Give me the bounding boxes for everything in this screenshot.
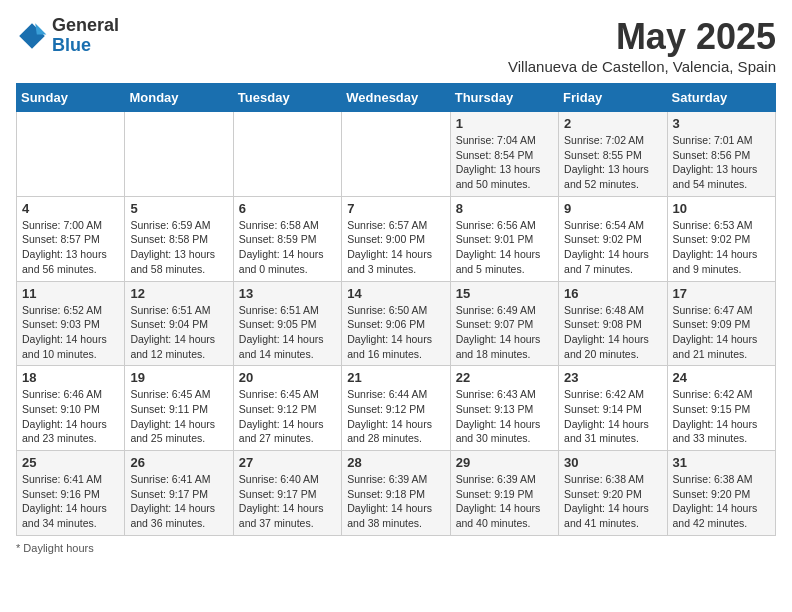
day-cell: 14Sunrise: 6:50 AM Sunset: 9:06 PM Dayli… — [342, 281, 450, 366]
header-cell-wednesday: Wednesday — [342, 84, 450, 112]
month-title: May 2025 — [508, 16, 776, 58]
day-info: Sunrise: 6:47 AM Sunset: 9:09 PM Dayligh… — [673, 303, 770, 362]
day-info: Sunrise: 6:38 AM Sunset: 9:20 PM Dayligh… — [673, 472, 770, 531]
day-number: 16 — [564, 286, 661, 301]
day-info: Sunrise: 6:59 AM Sunset: 8:58 PM Dayligh… — [130, 218, 227, 277]
title-block: May 2025 Villanueva de Castellon, Valenc… — [508, 16, 776, 75]
day-number: 30 — [564, 455, 661, 470]
day-number: 18 — [22, 370, 119, 385]
day-number: 5 — [130, 201, 227, 216]
day-cell: 12Sunrise: 6:51 AM Sunset: 9:04 PM Dayli… — [125, 281, 233, 366]
page-header: General Blue May 2025 Villanueva de Cast… — [16, 16, 776, 75]
day-number: 1 — [456, 116, 553, 131]
day-info: Sunrise: 6:42 AM Sunset: 9:14 PM Dayligh… — [564, 387, 661, 446]
header-cell-monday: Monday — [125, 84, 233, 112]
day-cell: 16Sunrise: 6:48 AM Sunset: 9:08 PM Dayli… — [559, 281, 667, 366]
day-cell: 23Sunrise: 6:42 AM Sunset: 9:14 PM Dayli… — [559, 366, 667, 451]
day-number: 29 — [456, 455, 553, 470]
day-info: Sunrise: 6:42 AM Sunset: 9:15 PM Dayligh… — [673, 387, 770, 446]
header-cell-friday: Friday — [559, 84, 667, 112]
day-cell: 13Sunrise: 6:51 AM Sunset: 9:05 PM Dayli… — [233, 281, 341, 366]
svg-marker-1 — [35, 23, 46, 34]
day-number: 11 — [22, 286, 119, 301]
day-number: 22 — [456, 370, 553, 385]
header-cell-tuesday: Tuesday — [233, 84, 341, 112]
day-number: 9 — [564, 201, 661, 216]
header-row: SundayMondayTuesdayWednesdayThursdayFrid… — [17, 84, 776, 112]
day-number: 17 — [673, 286, 770, 301]
day-cell: 19Sunrise: 6:45 AM Sunset: 9:11 PM Dayli… — [125, 366, 233, 451]
logo-blue: Blue — [52, 35, 91, 55]
day-info: Sunrise: 7:00 AM Sunset: 8:57 PM Dayligh… — [22, 218, 119, 277]
day-cell: 17Sunrise: 6:47 AM Sunset: 9:09 PM Dayli… — [667, 281, 775, 366]
day-info: Sunrise: 6:53 AM Sunset: 9:02 PM Dayligh… — [673, 218, 770, 277]
day-cell — [17, 112, 125, 197]
day-cell: 28Sunrise: 6:39 AM Sunset: 9:18 PM Dayli… — [342, 451, 450, 536]
day-cell: 9Sunrise: 6:54 AM Sunset: 9:02 PM Daylig… — [559, 196, 667, 281]
day-info: Sunrise: 6:45 AM Sunset: 9:11 PM Dayligh… — [130, 387, 227, 446]
day-cell: 31Sunrise: 6:38 AM Sunset: 9:20 PM Dayli… — [667, 451, 775, 536]
header-cell-thursday: Thursday — [450, 84, 558, 112]
day-cell: 8Sunrise: 6:56 AM Sunset: 9:01 PM Daylig… — [450, 196, 558, 281]
day-cell: 11Sunrise: 6:52 AM Sunset: 9:03 PM Dayli… — [17, 281, 125, 366]
day-info: Sunrise: 6:41 AM Sunset: 9:17 PM Dayligh… — [130, 472, 227, 531]
day-info: Sunrise: 7:02 AM Sunset: 8:55 PM Dayligh… — [564, 133, 661, 192]
day-cell — [342, 112, 450, 197]
day-number: 15 — [456, 286, 553, 301]
day-cell: 20Sunrise: 6:45 AM Sunset: 9:12 PM Dayli… — [233, 366, 341, 451]
day-info: Sunrise: 7:01 AM Sunset: 8:56 PM Dayligh… — [673, 133, 770, 192]
day-info: Sunrise: 6:40 AM Sunset: 9:17 PM Dayligh… — [239, 472, 336, 531]
day-info: Sunrise: 6:46 AM Sunset: 9:10 PM Dayligh… — [22, 387, 119, 446]
day-info: Sunrise: 7:04 AM Sunset: 8:54 PM Dayligh… — [456, 133, 553, 192]
day-info: Sunrise: 6:48 AM Sunset: 9:08 PM Dayligh… — [564, 303, 661, 362]
day-info: Sunrise: 6:54 AM Sunset: 9:02 PM Dayligh… — [564, 218, 661, 277]
day-info: Sunrise: 6:44 AM Sunset: 9:12 PM Dayligh… — [347, 387, 444, 446]
day-cell: 15Sunrise: 6:49 AM Sunset: 9:07 PM Dayli… — [450, 281, 558, 366]
logo: General Blue — [16, 16, 119, 56]
day-cell: 30Sunrise: 6:38 AM Sunset: 9:20 PM Dayli… — [559, 451, 667, 536]
day-number: 26 — [130, 455, 227, 470]
day-cell: 4Sunrise: 7:00 AM Sunset: 8:57 PM Daylig… — [17, 196, 125, 281]
week-row-2: 4Sunrise: 7:00 AM Sunset: 8:57 PM Daylig… — [17, 196, 776, 281]
day-cell: 7Sunrise: 6:57 AM Sunset: 9:00 PM Daylig… — [342, 196, 450, 281]
day-number: 28 — [347, 455, 444, 470]
day-number: 25 — [22, 455, 119, 470]
day-cell: 27Sunrise: 6:40 AM Sunset: 9:17 PM Dayli… — [233, 451, 341, 536]
day-number: 12 — [130, 286, 227, 301]
calendar-body: 1Sunrise: 7:04 AM Sunset: 8:54 PM Daylig… — [17, 112, 776, 536]
day-info: Sunrise: 6:51 AM Sunset: 9:05 PM Dayligh… — [239, 303, 336, 362]
day-cell — [233, 112, 341, 197]
week-row-1: 1Sunrise: 7:04 AM Sunset: 8:54 PM Daylig… — [17, 112, 776, 197]
day-info: Sunrise: 6:41 AM Sunset: 9:16 PM Dayligh… — [22, 472, 119, 531]
calendar-table: SundayMondayTuesdayWednesdayThursdayFrid… — [16, 83, 776, 536]
day-cell: 24Sunrise: 6:42 AM Sunset: 9:15 PM Dayli… — [667, 366, 775, 451]
day-info: Sunrise: 6:56 AM Sunset: 9:01 PM Dayligh… — [456, 218, 553, 277]
day-cell: 1Sunrise: 7:04 AM Sunset: 8:54 PM Daylig… — [450, 112, 558, 197]
header-cell-sunday: Sunday — [17, 84, 125, 112]
day-number: 13 — [239, 286, 336, 301]
day-number: 10 — [673, 201, 770, 216]
day-cell: 26Sunrise: 6:41 AM Sunset: 9:17 PM Dayli… — [125, 451, 233, 536]
day-cell: 3Sunrise: 7:01 AM Sunset: 8:56 PM Daylig… — [667, 112, 775, 197]
day-number: 31 — [673, 455, 770, 470]
day-number: 3 — [673, 116, 770, 131]
week-row-4: 18Sunrise: 6:46 AM Sunset: 9:10 PM Dayli… — [17, 366, 776, 451]
day-cell: 21Sunrise: 6:44 AM Sunset: 9:12 PM Dayli… — [342, 366, 450, 451]
day-cell: 10Sunrise: 6:53 AM Sunset: 9:02 PM Dayli… — [667, 196, 775, 281]
day-number: 2 — [564, 116, 661, 131]
day-cell: 18Sunrise: 6:46 AM Sunset: 9:10 PM Dayli… — [17, 366, 125, 451]
logo-icon — [16, 20, 48, 52]
footer-note: * Daylight hours — [16, 542, 776, 554]
day-cell: 2Sunrise: 7:02 AM Sunset: 8:55 PM Daylig… — [559, 112, 667, 197]
logo-general: General — [52, 15, 119, 35]
footer-note-text: Daylight hours — [23, 542, 93, 554]
day-info: Sunrise: 6:43 AM Sunset: 9:13 PM Dayligh… — [456, 387, 553, 446]
week-row-3: 11Sunrise: 6:52 AM Sunset: 9:03 PM Dayli… — [17, 281, 776, 366]
day-number: 23 — [564, 370, 661, 385]
day-number: 19 — [130, 370, 227, 385]
day-info: Sunrise: 6:58 AM Sunset: 8:59 PM Dayligh… — [239, 218, 336, 277]
day-number: 24 — [673, 370, 770, 385]
day-number: 8 — [456, 201, 553, 216]
day-number: 27 — [239, 455, 336, 470]
day-info: Sunrise: 6:49 AM Sunset: 9:07 PM Dayligh… — [456, 303, 553, 362]
